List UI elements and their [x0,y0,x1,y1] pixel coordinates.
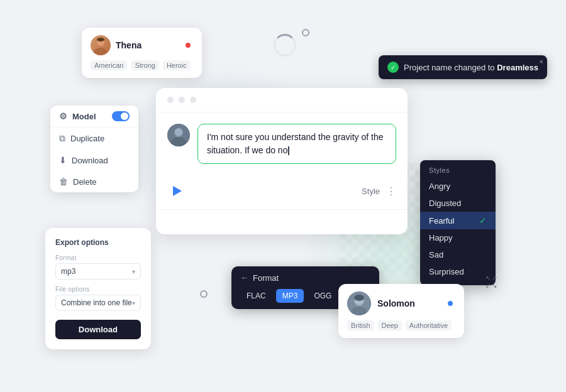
model-icon: ⚙ [59,111,67,121]
format-option-mp3[interactable]: MP3 [276,289,304,303]
model-panel: ⚙ Model ⧉ Duplicate ⬇ Download 🗑 Delete [50,106,138,192]
format-option-flac[interactable]: FLAC [240,289,272,303]
solomon-card-header: Solomon [347,291,453,315]
solomon-status-dot [448,301,453,306]
file-options-field-label: File options [55,286,141,293]
style-row: Style ⋮ [362,185,396,197]
thena-card-header: Thena [91,35,191,55]
download-row[interactable]: ⬇ Download [50,150,138,171]
arrow-bottomright: ↘ [492,283,497,289]
svg-point-3 [97,38,104,41]
play-button[interactable] [167,182,186,200]
expand-collapse-icon: ↖ ↗ ↙ ↘ [486,275,499,289]
chat-row: I'm not sure you understand the gravity … [167,124,396,164]
check-icon: ✓ [387,62,399,73]
chat-card-header [156,88,408,112]
file-options-select[interactable]: Combine into one file ▾ [55,295,141,311]
solomon-tag-1: Deep [378,320,402,330]
model-label: Model [72,112,96,121]
duplicate-label: Duplicate [70,134,104,143]
thena-status-dot [186,43,191,48]
solomon-name: Solomon [377,298,415,308]
style-fearful-label: Fearful [429,216,454,226]
style-item-fearful[interactable]: Fearful ✓ [420,212,496,229]
text-cursor [288,146,289,155]
solomon-tags: British Deep Authoritative [347,320,453,330]
format-field-label: Format [55,254,141,261]
format-select[interactable]: mp3 ▾ [55,263,141,280]
download-label: Download [72,156,108,165]
thena-tag-1: Strong [131,60,158,70]
thena-tag-2: Heroic [163,60,191,70]
thena-tag-0: American [91,60,127,70]
solomon-tag-2: Authoritative [406,320,452,330]
deco-circle-2 [200,290,208,298]
style-happy-label: Happy [429,233,453,242]
style-item-sad[interactable]: Sad [420,246,496,263]
arrow-bottomleft: ↙ [486,283,491,289]
chat-card-controls: Style ⋮ [156,175,408,209]
format-back-icon: ← [240,273,249,283]
solomon-tag-0: British [347,320,374,330]
main-chat-card: I'm not sure you understand the gravity … [156,88,408,234]
notification-project-name: Dreamless [497,63,538,72]
styles-panel: Styles Angry Digusted Fearful ✓ Happy Sa… [420,160,496,285]
format-field-group: Format mp3 ▾ [55,254,141,280]
window-dot-3 [190,97,196,103]
model-toggle[interactable] [112,111,130,121]
thena-name: Thena [116,40,142,50]
style-item-digusted[interactable]: Digusted [420,195,496,212]
notification-text: Project name changed to Dreamless [404,63,538,72]
format-option-ogg[interactable]: OGG [308,289,338,303]
delete-row[interactable]: 🗑 Delete [50,171,138,192]
export-panel-title: Export options [55,238,141,247]
format-panel-header: ← Format [240,273,370,283]
chat-text: I'm not sure you understand the gravity … [207,132,384,155]
window-dot-2 [179,97,185,103]
style-label: Style [362,187,380,196]
loading-spinner-container [274,34,296,57]
download-icon: ⬇ [59,155,67,165]
export-download-button[interactable]: Download [55,320,141,339]
voice-card-thena: Thena American Strong Heroic [82,28,202,78]
arrow-topright: ↗ [492,275,497,281]
style-sad-label: Sad [429,250,443,259]
thena-tags: American Strong Heroic [91,60,191,70]
style-item-happy[interactable]: Happy [420,229,496,246]
arrow-topleft: ↖ [486,275,491,281]
chat-card-footer [156,209,408,234]
file-options-chevron-icon: ▾ [132,300,135,307]
style-angry-label: Angry [429,182,450,191]
chat-text-bubble[interactable]: I'm not sure you understand the gravity … [197,124,396,164]
model-toggle-row[interactable]: ⚙ Model [50,106,138,128]
format-chevron-icon: ▾ [132,268,135,275]
export-panel: Export options Format mp3 ▾ File options… [45,228,151,349]
solomon-avatar [347,291,371,315]
more-options-button[interactable]: ⋮ [386,185,396,197]
loading-spinner [274,34,296,57]
deco-circle-1 [302,29,309,36]
voice-card-solomon: Solomon British Deep Authoritative [338,284,464,338]
chat-card-body: I'm not sure you understand the gravity … [156,112,408,175]
notification-close-button[interactable]: × [540,58,543,65]
play-icon [173,186,182,196]
notification-banner: ✓ Project name changed to Dreamless × [379,55,547,79]
delete-label: Delete [73,177,97,187]
window-dot-1 [167,97,174,103]
svg-point-12 [354,295,364,301]
duplicate-row[interactable]: ⧉ Duplicate [50,128,138,150]
toggle-dot [121,112,128,120]
fearful-check-icon: ✓ [479,215,487,226]
chat-avatar [167,124,190,146]
delete-icon: 🗑 [59,177,68,187]
style-item-angry[interactable]: Angry [420,178,496,195]
svg-point-7 [175,128,182,136]
file-options-value: Combine into one file [61,298,132,307]
style-item-surprised[interactable]: Surprised [420,263,496,280]
styles-panel-title: Styles [420,165,496,178]
style-digusted-label: Digusted [429,199,461,208]
file-options-field-group: File options Combine into one file ▾ [55,286,141,311]
thena-avatar [91,35,111,55]
duplicate-icon: ⧉ [59,133,65,144]
svg-point-1 [94,48,108,55]
